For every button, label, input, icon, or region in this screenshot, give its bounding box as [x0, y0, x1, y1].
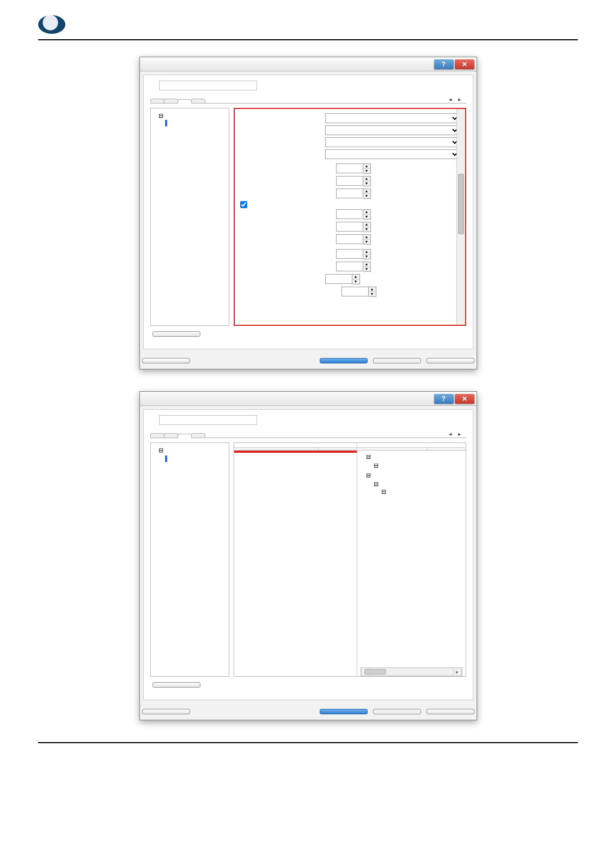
adv-channel-select[interactable]	[325, 149, 460, 159]
tabs: ◂ ▸	[150, 96, 466, 104]
spin-up-icon[interactable]: ▲	[363, 210, 370, 215]
datasheet-button[interactable]	[142, 358, 190, 363]
spin-down-icon[interactable]: ▼	[363, 169, 370, 173]
apply-button[interactable]	[373, 358, 421, 363]
name-input[interactable]	[159, 81, 257, 90]
fast-timeout-input[interactable]: ▲▼	[336, 189, 371, 199]
spin-down-icon[interactable]: ▼	[363, 215, 370, 219]
spin-up-icon[interactable]: ▲	[363, 262, 370, 267]
tab-profiles[interactable]	[164, 99, 178, 103]
spin-down-icon[interactable]: ▼	[369, 292, 376, 296]
tree-security[interactable]	[158, 130, 228, 131]
fast-max-input[interactable]: ▲▼	[336, 176, 371, 186]
conn-min-input[interactable]: ▲▼	[336, 249, 371, 259]
slow-interval-checkbox[interactable]	[240, 201, 249, 208]
spin-down-icon[interactable]: ▼	[363, 240, 370, 244]
adv-data-settings-col	[234, 443, 357, 676]
close-icon[interactable]: ✕	[455, 59, 474, 69]
restore-defaults-button[interactable]	[153, 682, 200, 688]
grid-header-des	[428, 448, 466, 450]
tab-built-in[interactable]	[191, 99, 205, 103]
fig33-settings-panel: ▲▼ ▲▼ ▲▼ ▲▼	[234, 108, 466, 326]
tree-adv-settings[interactable]	[165, 120, 167, 126]
slow-min-input[interactable]: ▲▼	[336, 209, 371, 220]
fig34-settings-panel: ⊟ ⊟ ⊟	[234, 442, 466, 677]
grid-header-value	[319, 448, 357, 450]
tree-scan-response[interactable]	[165, 463, 228, 464]
tab-general[interactable]	[150, 433, 164, 438]
fast-min-input[interactable]: ▲▼	[336, 163, 371, 174]
spin-down-icon[interactable]: ▼	[363, 267, 370, 271]
slow-timeout-input[interactable]: ▲▼	[336, 234, 371, 245]
conn-max-input[interactable]: ▲▼	[336, 262, 371, 272]
logo-globe-icon	[38, 15, 65, 34]
slave-latency-input[interactable]: ▲▼	[325, 274, 360, 284]
page-header	[38, 16, 578, 40]
scrollbar[interactable]	[456, 109, 465, 325]
spin-down-icon[interactable]: ▼	[363, 194, 370, 198]
spin-up-icon[interactable]: ▲	[363, 222, 370, 227]
packet-tree[interactable]: ⊟ ⊟ ⊟	[357, 451, 466, 501]
tab-general[interactable]	[150, 99, 164, 103]
help-icon[interactable]: ?	[434, 59, 454, 69]
fig34-titlebar: ? ✕	[140, 392, 477, 406]
spin-up-icon[interactable]: ▲	[363, 177, 370, 181]
spin-up-icon[interactable]: ▲	[369, 287, 376, 292]
page-footer	[38, 742, 578, 749]
tabs-nav-arrows[interactable]: ◂ ▸	[449, 96, 466, 103]
slow-interval-check[interactable]	[240, 201, 247, 208]
tabs: ◂ ▸	[150, 430, 466, 438]
settings-tree[interactable]: ⊟	[150, 108, 229, 326]
cancel-button[interactable]	[426, 358, 474, 363]
ok-button[interactable]	[320, 358, 368, 363]
spin-up-icon[interactable]: ▲	[363, 250, 370, 254]
fig33-titlebar: ? ✕	[140, 57, 477, 71]
settings-tree[interactable]: ⊟	[150, 442, 229, 677]
fig33-dialog: ? ✕ ◂ ▸ ⊟	[139, 57, 477, 369]
tree-adv-packet[interactable]	[165, 456, 167, 462]
ok-button[interactable]	[320, 709, 368, 714]
restore-defaults-button[interactable]	[153, 331, 200, 337]
h-scrollbar[interactable]: ◂ ▸	[361, 667, 462, 676]
spin-down-icon[interactable]: ▼	[363, 227, 370, 232]
adv-data-settings-label	[234, 443, 357, 447]
name-input[interactable]	[159, 415, 257, 425]
datasheet-button[interactable]	[142, 709, 190, 714]
tree-security[interactable]	[158, 464, 228, 465]
spin-down-icon[interactable]: ▼	[363, 181, 370, 186]
spin-down-icon[interactable]: ▼	[352, 280, 359, 284]
tab-gap-settings[interactable]	[178, 434, 192, 438]
filter-policy-select[interactable]	[325, 137, 460, 147]
slow-max-input[interactable]: ▲▼	[336, 222, 371, 232]
advertising-type-select[interactable]	[325, 125, 460, 135]
tab-gap-settings[interactable]	[178, 99, 192, 104]
tab-built-in[interactable]	[191, 433, 205, 438]
discovery-mode-select[interactable]	[325, 113, 460, 123]
tab-profiles[interactable]	[164, 433, 178, 438]
spin-up-icon[interactable]: ▲	[363, 189, 370, 194]
close-icon[interactable]: ✕	[455, 394, 474, 404]
spin-up-icon[interactable]: ▲	[363, 164, 370, 169]
spin-up-icon[interactable]: ▲	[352, 275, 359, 280]
scroll-right-icon[interactable]: ▸	[453, 668, 462, 676]
spin-down-icon[interactable]: ▼	[363, 254, 370, 259]
sup-timeout-input[interactable]: ▲▼	[341, 287, 376, 297]
fig34-dialog: ? ✕ ◂ ▸ ⊟	[139, 391, 477, 720]
tabs-nav-arrows[interactable]: ◂ ▸	[449, 430, 466, 438]
tree-scan-response[interactable]	[165, 128, 228, 129]
help-icon[interactable]: ?	[434, 394, 454, 404]
spin-up-icon[interactable]: ▲	[363, 235, 370, 240]
apply-button[interactable]	[373, 709, 421, 714]
grid-header-name	[234, 448, 319, 450]
cancel-button[interactable]	[426, 709, 474, 714]
adv-packet-col: ⊟ ⊟ ⊟	[357, 443, 466, 676]
adv-packet-label	[357, 443, 466, 447]
